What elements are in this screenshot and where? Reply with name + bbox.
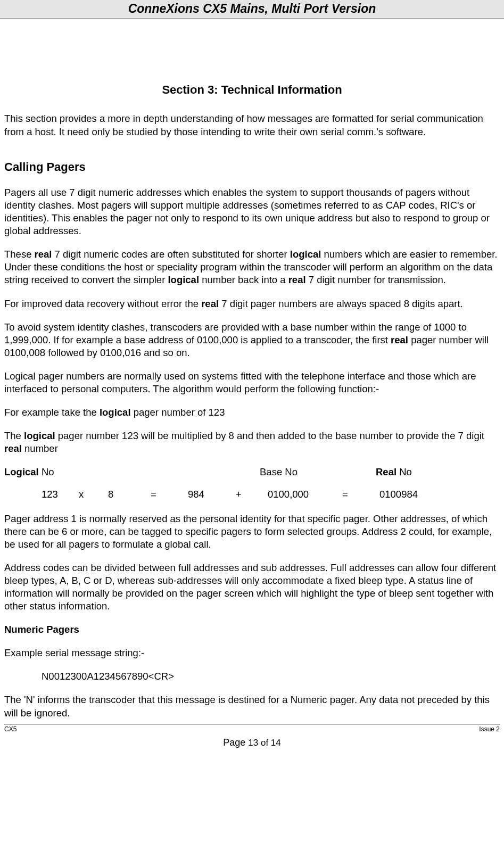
header-title: ConneXions CX5 Mains, Multi Port Version [128,2,376,15]
bold-text: real [35,249,52,260]
calc-v5: 984 [188,488,236,501]
calling-p4: To avoid system identity clashes, transc… [4,321,500,359]
calling-p5: Logical pager numbers are normally used … [4,370,500,395]
calc-header-real: Real No [376,466,500,478]
calling-pagers-heading: Calling Pagers [4,160,500,175]
footer-left: CX5 [4,725,16,734]
bold-text: logical [100,407,131,418]
calc-v1: 123 [4,488,79,501]
footer-right: Issue 2 [479,725,500,734]
bold-text: real [391,334,408,345]
calc-value-row: 123 x 8 = 984 + 0100,000 = 0100984 [4,488,500,501]
calc-op-eq2: = [342,488,379,501]
bold-text: Real [376,466,396,477]
after-p1: Pager address 1 is normally reserved as … [4,513,500,551]
calling-p3: For improved data recovery without error… [4,298,500,310]
text: No [396,466,412,477]
text: No [39,466,54,477]
bold-text: real [4,443,22,454]
calc-op-eq1: = [151,488,188,501]
page-label: Page [223,737,248,748]
calc-op-x: x [79,488,108,501]
bold-text: Logical [4,466,39,477]
bold-text: real [288,274,306,285]
intro-paragraph: This section provides a more in depth un… [4,112,500,138]
page-value: 13 of 14 [248,738,280,748]
numeric-p1: Example serial message string:- [4,647,500,659]
section-title: Section 3: Technical Information [4,82,500,98]
footer-row: CX5 Issue 2 [0,724,504,734]
text: The [4,430,24,441]
bold-text: logical [24,430,55,441]
calc-header-row: Logical No Base No Real No [4,466,500,478]
calc-v9: 0100984 [379,488,454,501]
text: number back into a [199,274,288,285]
page-content: Section 3: Technical Information This se… [0,82,504,720]
text: 7 digit number for transmission. [306,274,446,285]
calc-header-base: Base No [260,466,376,478]
text: pager number of 123 [131,407,225,418]
numeric-pagers-heading: Numeric Pagers [4,623,500,636]
after-p2: Address codes can be divided between ful… [4,562,500,613]
calling-p2: These real 7 digit numeric codes are oft… [4,248,500,286]
bold-text: real [201,298,219,309]
page-number: Page 13 of 14 [0,733,504,755]
text: pager number 123 will be multiplied by 8… [55,430,484,441]
calling-p1: Pagers all use 7 digit numeric addresses… [4,186,500,237]
text: For improved data recovery without error… [4,298,201,309]
text: number [22,443,58,454]
document-header: ConneXions CX5 Mains, Multi Port Version [0,0,504,19]
text: 7 digit numeric codes are often substitu… [52,249,290,260]
text: These [4,249,35,260]
text: 7 digit pager numbers are always spaced … [219,298,463,309]
calc-op-plus: + [236,488,268,501]
numeric-p2: The 'N' informs the transcoder that this… [4,694,500,719]
calling-p6: For example take the logical pager numbe… [4,406,500,419]
bold-text: logical [168,274,199,285]
numeric-code: N0012300A1234567890<CR> [4,670,500,683]
calc-header-logical: Logical No [4,466,260,478]
bold-text: logical [290,249,321,260]
calling-p7: The logical pager number 123 will be mul… [4,430,500,455]
calc-v3: 8 [108,488,151,501]
text: For example take the [4,407,100,418]
calc-v7: 0100,000 [268,488,342,501]
